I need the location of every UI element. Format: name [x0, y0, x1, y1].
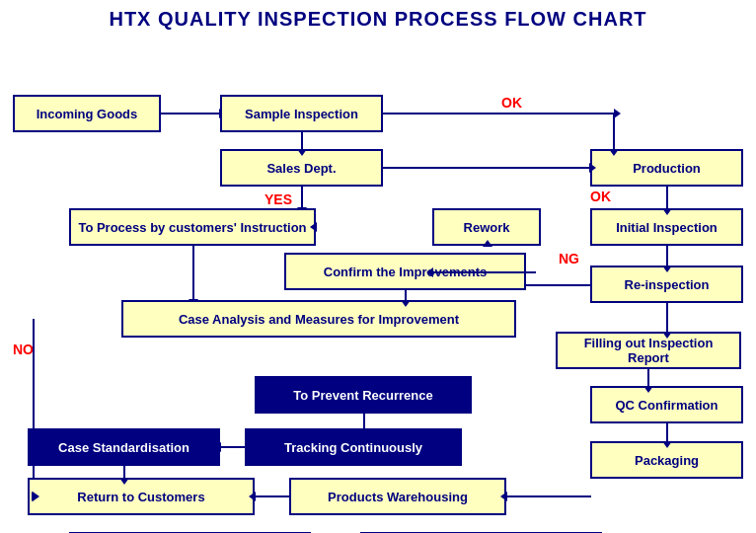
box-to-prevent: To Prevent Recurrence — [255, 376, 472, 414]
arrow-ri-to-fo — [666, 303, 668, 333]
arrow-ri-to-confirm — [526, 284, 591, 286]
label-ok1: OK — [501, 95, 522, 111]
box-case-standardisation: Case Standardisation — [28, 428, 220, 466]
arrow-track-to-cs — [220, 446, 245, 448]
arrow-si-to-sd — [301, 132, 303, 150]
box-sample-inspection: Sample Inspection — [220, 95, 383, 132]
arrow-rework-confirm — [432, 271, 536, 273]
arrow-ig-to-si — [161, 113, 220, 114]
arrow-prod-to-ii — [666, 187, 668, 209]
box-to-process: To Process by customers' Instruction — [69, 208, 316, 246]
arrow-pw-to-rtc — [255, 495, 289, 497]
arrow-ok-to-prod — [613, 113, 615, 150]
label-ng: NG — [559, 251, 579, 266]
arrow-toprocess-down — [192, 246, 194, 300]
box-incoming-goods: Incoming Goods — [13, 95, 161, 132]
arrow-sd-to-prod — [383, 167, 590, 169]
chart-container: HTX QUALITY INSPECTION PROCESS FLOW CHAR… — [0, 0, 756, 533]
box-products-warehousing: Products Warehousing — [289, 478, 506, 515]
flow-area: Incoming Goods Sample Inspection OK Prod… — [8, 40, 748, 524]
chart-title: HTX QUALITY INSPECTION PROCESS FLOW CHAR… — [8, 8, 748, 31]
arrow-pack-to-pw — [506, 495, 591, 497]
arrow-si-to-prod — [383, 113, 615, 114]
arrow-left-main — [33, 338, 35, 479]
label-no: NO — [13, 342, 34, 357]
arrow-fo-to-qc — [647, 369, 649, 387]
arrow-sd-down — [301, 187, 303, 208]
label-yes: YES — [265, 191, 292, 207]
box-case-analysis: Case Analysis and Measures for Improveme… — [121, 300, 516, 338]
label-ok2: OK — [590, 189, 611, 204]
box-qc-confirmation: QC Confirmation — [590, 386, 743, 423]
arrow-qc-to-pack — [666, 423, 668, 442]
box-tracking: Tracking Continuously — [245, 428, 462, 466]
box-return-to-customers: Return to Customers — [28, 478, 255, 515]
box-filling-out: Filling out Inspection Report — [556, 332, 741, 369]
arrow-confirm-to-ca — [405, 290, 407, 301]
arrow-ii-to-ri — [666, 246, 668, 266]
arrow-tp-to-track — [363, 414, 365, 429]
arrow-cs-to-rtc — [123, 466, 125, 479]
